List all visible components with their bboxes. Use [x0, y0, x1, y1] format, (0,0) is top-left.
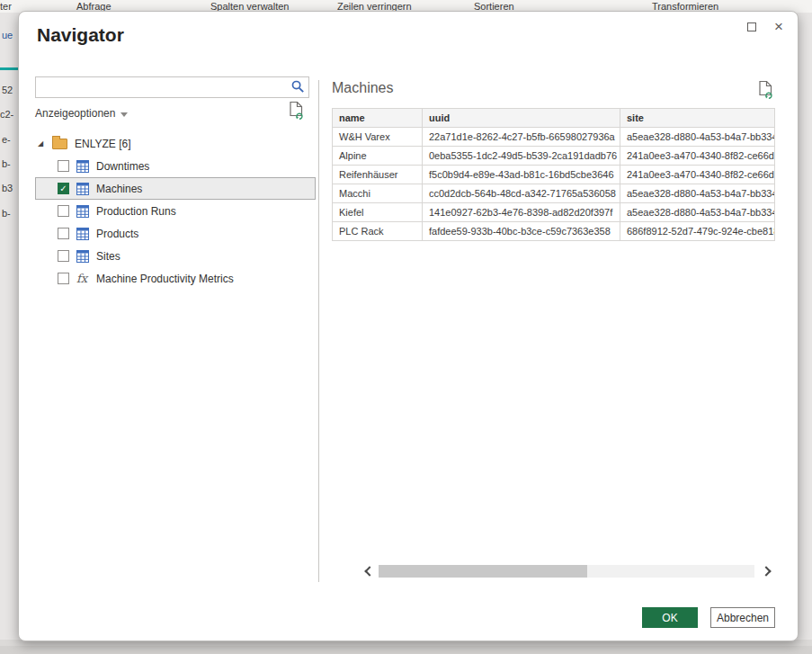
checkbox-unchecked[interactable] — [58, 250, 69, 262]
cell-name: Reifenhäuser — [333, 166, 423, 184]
tree-item-machines[interactable]: ✓ Machines — [35, 177, 316, 200]
table-icon — [76, 228, 89, 240]
checkbox-checked[interactable]: ✓ — [58, 183, 69, 194]
background-text-fragment: 52 — [2, 85, 13, 95]
tree-item-label: Sites — [96, 250, 120, 263]
background-text-fragment: b- — [2, 208, 11, 219]
table-header-row: name uuid site — [333, 109, 775, 128]
preview-title: Machines — [332, 80, 393, 96]
cell-uuid: fafdee59-933b-40bc-b3ce-c59c7363e358 — [423, 222, 620, 241]
table-icon — [76, 205, 89, 218]
column-header-site: site — [620, 109, 775, 128]
background-text-fragment: e- — [2, 134, 11, 145]
scrollbar-track[interactable] — [379, 565, 754, 578]
scrollbar-thumb[interactable] — [379, 565, 587, 578]
cell-site: a5eae328-d880-4a53-b4a7-bb334 — [620, 128, 775, 147]
table-icon — [76, 183, 89, 195]
search-input[interactable] — [40, 77, 282, 97]
table-icon — [76, 160, 89, 173]
cell-uuid: 141e0927-62b3-4e76-8398-ad82d20f397f — [423, 203, 620, 222]
checkbox-unchecked[interactable] — [58, 160, 69, 172]
scroll-left-button[interactable] — [361, 564, 375, 578]
cell-name: PLC Rack — [333, 222, 423, 241]
navigator-dialog: Navigator × Anzeigeoptionen ◢ ENLYZE [6] — [18, 11, 799, 641]
tree-item-sites[interactable]: Sites — [35, 245, 316, 267]
column-header-name: name — [333, 109, 423, 128]
checkbox-unchecked[interactable] — [58, 205, 69, 217]
cell-uuid: f5c0b9d4-e89e-43ad-b81c-16bd5cbe3646 — [423, 166, 620, 184]
background-text-fragment: b- — [2, 158, 11, 169]
display-options-label: Anzeigeoptionen — [35, 107, 115, 120]
navigation-tree: ◢ ENLYZE [6] Downtimes ✓ Machines — [35, 132, 316, 290]
table-row: PLC Rack fafdee59-933b-40bc-b3ce-c59c736… — [333, 222, 775, 241]
cell-name: Kiefel — [333, 203, 423, 222]
folder-icon — [52, 139, 67, 149]
refresh-preview-icon[interactable] — [289, 101, 305, 120]
table-row: Reifenhäuser f5c0b9d4-e89e-43ad-b81c-16b… — [333, 166, 775, 184]
search-box — [35, 76, 309, 98]
cell-uuid: 0eba5355-1dc2-49d5-b539-2ca191dadb76 — [423, 147, 620, 166]
background-text-fragment: b3 — [2, 183, 13, 193]
scroll-right-button[interactable] — [760, 564, 774, 578]
search-icon[interactable] — [291, 80, 305, 97]
cell-uuid: cc0d2dcb-564b-48cd-a342-71765a536058 — [423, 184, 620, 203]
table-row: Kiefel 141e0927-62b3-4e76-8398-ad82d20f3… — [333, 203, 775, 222]
table-row: Macchi cc0d2dcb-564b-48cd-a342-71765a536… — [333, 184, 775, 203]
function-icon: fx — [76, 272, 91, 285]
tree-expander-icon[interactable]: ◢ — [38, 139, 47, 148]
maximize-icon — [747, 22, 756, 31]
horizontal-scrollbar — [341, 562, 774, 580]
table-icon — [76, 250, 89, 263]
cell-uuid: 22a71d1e-8262-4c27-b5fb-66598027936a — [423, 128, 620, 147]
background-text-fragment: c2- — [0, 109, 13, 120]
cell-name: Alpine — [333, 147, 423, 166]
cell-site: a5eae328-d880-4a53-b4a7-bb334 — [620, 184, 775, 203]
pane-divider — [318, 80, 319, 582]
close-icon: × — [774, 18, 783, 36]
tree-item-downtimes[interactable]: Downtimes — [35, 155, 316, 177]
checkbox-unchecked[interactable] — [58, 228, 69, 239]
tree-root-label: ENLYZE [6] — [75, 138, 130, 150]
ribbon-group-label: ter — [0, 1, 12, 12]
tree-item-label: Production Runs — [96, 205, 176, 218]
cell-site: a5eae328-d880-4a53-b4a7-bb334 — [620, 203, 775, 222]
chevron-left-icon — [364, 566, 374, 576]
dialog-title: Navigator — [37, 24, 124, 46]
checkbox-unchecked[interactable] — [58, 273, 69, 284]
cell-site: 686f8912-52d7-479c-924e-cbe818 — [620, 222, 775, 241]
ok-button[interactable]: OK — [642, 607, 698, 628]
maximize-button[interactable] — [742, 18, 762, 36]
background-text-fragment: ue — [2, 30, 13, 40]
chevron-right-icon — [761, 566, 771, 576]
display-options-dropdown[interactable]: Anzeigeoptionen — [35, 107, 128, 120]
table-row: Alpine 0eba5355-1dc2-49d5-b539-2ca191dad… — [333, 147, 775, 166]
column-header-uuid: uuid — [423, 109, 620, 128]
tree-item-label: Products — [96, 228, 138, 240]
tree-item-machine-productivity-metrics[interactable]: fx Machine Productivity Metrics — [35, 267, 316, 290]
cancel-button[interactable]: Abbrechen — [710, 607, 775, 628]
table-row: W&H Varex 22a71d1e-8262-4c27-b5fb-665980… — [333, 128, 775, 147]
tree-item-products[interactable]: Products — [35, 222, 316, 245]
tree-item-label: Machine Productivity Metrics — [96, 273, 234, 285]
cell-name: Macchi — [333, 184, 423, 203]
cell-site: 241a0ee3-a470-4340-8f82-ce66da — [620, 166, 775, 184]
tree-item-production-runs[interactable]: Production Runs — [35, 200, 316, 222]
background-taskbar-strip — [0, 646, 812, 654]
tree-root-enlyze[interactable]: ◢ ENLYZE [6] — [35, 132, 316, 155]
chevron-down-icon — [120, 112, 128, 117]
cell-site: 241a0ee3-a470-4340-8f82-ce66da — [620, 147, 775, 166]
background-accent-line — [0, 67, 18, 70]
tree-item-label: Machines — [96, 183, 142, 195]
refresh-preview-icon[interactable] — [758, 80, 774, 99]
tree-item-label: Downtimes — [96, 160, 149, 173]
cell-name: W&H Varex — [333, 128, 423, 147]
preview-table: name uuid site W&H Varex 22a71d1e-8262-4… — [332, 108, 775, 241]
close-button[interactable]: × — [769, 18, 789, 36]
